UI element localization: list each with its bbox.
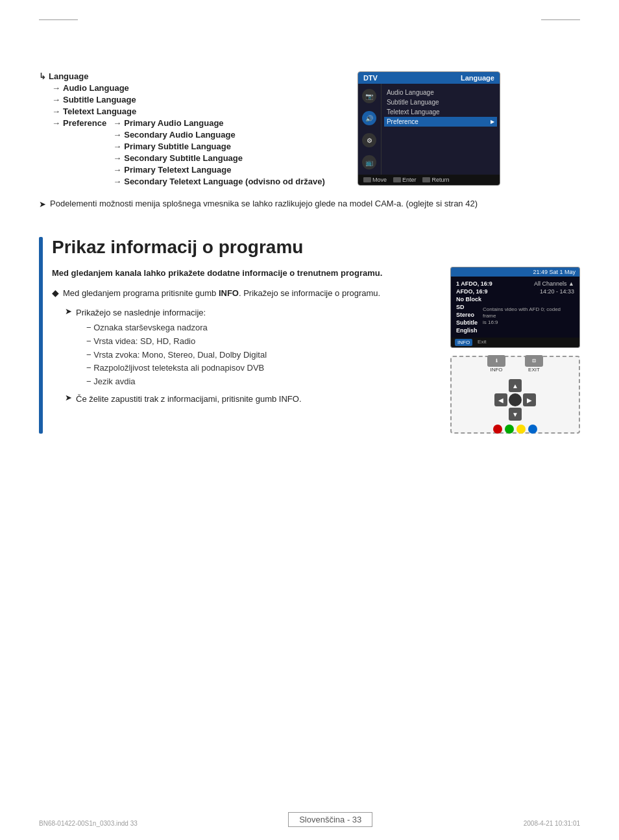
subtitle-language-arrow: → bbox=[52, 95, 60, 105]
preference-children: → Primary Audio Language → Secondary Aud… bbox=[113, 118, 325, 188]
primary-subtitle-arrow: → bbox=[113, 142, 121, 151]
preference-left: → Preference bbox=[39, 118, 106, 130]
top-border-left bbox=[39, 19, 78, 20]
info-screen-header: 21:49 Sat 1 May bbox=[451, 267, 579, 277]
tv-menu-subtitle: Subtitle Language bbox=[387, 97, 494, 107]
section2-content: Prikaz informacij o programu Med gledanj… bbox=[52, 237, 580, 434]
language-tree-wrapper: ↳ Language → Audio Language → Subtitle L… bbox=[39, 71, 500, 188]
info-desc: Contains video with AFD 0; coded frame i… bbox=[483, 306, 574, 334]
language-label: Language bbox=[49, 71, 88, 81]
info-screen-body: 1 AFDO, 16:9 All Channels ▲ AFDO, 16:9 1… bbox=[451, 277, 579, 338]
enter-icon bbox=[393, 177, 401, 182]
tv-header-right: Language bbox=[461, 74, 494, 82]
tree-primary-subtitle: → Primary Subtitle Language bbox=[113, 142, 325, 151]
tv-footer-return: Return bbox=[422, 177, 449, 183]
tv-icon-1: 📷 bbox=[362, 89, 376, 103]
section2-title: Prikaz informacij o programu bbox=[52, 237, 580, 258]
tv-menu-preference: Preference bbox=[384, 117, 497, 127]
tv-header-left: DTV bbox=[363, 74, 378, 82]
info-screens-column: 21:49 Sat 1 May 1 AFDO, 16:9 All Channel… bbox=[450, 267, 580, 434]
audio-language-label: Audio Language bbox=[63, 83, 129, 93]
dash-item-0: Oznaka starševskega nadzora bbox=[86, 321, 267, 335]
tv-body: 📷 🔊 ⚙ 📺 Audio Language Subtitle Language bbox=[358, 84, 500, 175]
tv-sidebar: 📷 🔊 ⚙ 📺 bbox=[358, 84, 382, 175]
info-row-0-left: 1 AFDO, 16:9 bbox=[456, 280, 492, 287]
info-exit-label: Exit bbox=[478, 339, 486, 346]
primary-audio-arrow: → bbox=[113, 118, 121, 128]
info-row-0-right: All Channels ▲ bbox=[534, 280, 574, 287]
tv-info-screen: 21:49 Sat 1 May 1 AFDO, 16:9 All Channel… bbox=[450, 267, 580, 348]
date-info: 2008-4-21 10:31:01 bbox=[524, 820, 580, 827]
tree-secondary-subtitle: → Secondary Subtitle Language bbox=[113, 153, 325, 163]
page-number: Slovenščina - 33 bbox=[288, 812, 372, 827]
tv-menu-teletext: Teletext Language bbox=[387, 107, 494, 117]
section2-main: Med gledanjem kanala lahko prikažete dod… bbox=[52, 267, 427, 410]
secondary-audio-label: Secondary Audio Language bbox=[124, 130, 235, 140]
teletext-language-label: Teletext Language bbox=[63, 106, 136, 116]
tv-icon-3: ⚙ bbox=[362, 133, 376, 147]
remote-top-row: ℹ INFO ⊡ EXIT bbox=[487, 355, 543, 373]
section2-bullet: ◆ Med gledanjem programa pritisnite gumb… bbox=[52, 287, 427, 300]
dash-item-4: Jezik avdia bbox=[86, 375, 267, 389]
secondary-teletext-arrow: → bbox=[113, 177, 121, 186]
top-border-right bbox=[541, 19, 580, 20]
tree-audio-language: → Audio Language bbox=[52, 83, 325, 93]
blue-button bbox=[528, 425, 537, 434]
remote-exit-icon: ⊡ bbox=[525, 355, 543, 367]
info-row-2: No Block bbox=[456, 296, 574, 303]
subnote2-text2: . bbox=[299, 394, 302, 404]
nav-down: ▼ bbox=[509, 408, 522, 421]
info-row-1: AFDO, 16:9 14:20 - 14:33 bbox=[456, 288, 574, 295]
bullet-bold: INFO bbox=[219, 288, 239, 298]
primary-audio-label: Primary Audio Language bbox=[124, 118, 223, 128]
return-icon bbox=[422, 177, 430, 182]
info-screen-footer: INFO Exit bbox=[451, 338, 579, 347]
red-button bbox=[493, 425, 502, 434]
remote-color-buttons bbox=[493, 425, 537, 434]
bullet-text1: Med gledanjem programa pritisnite gumb bbox=[63, 288, 219, 298]
info-row-5-left: Subtitle bbox=[456, 319, 478, 326]
section2-intro: Med gledanjem kanala lahko prikažete dod… bbox=[52, 267, 427, 280]
remote-nav-container: ▲ ◀ ▶ ▼ bbox=[494, 379, 536, 421]
subnote2-text1: Če želite zapustiti trak z informacijami… bbox=[76, 394, 279, 404]
subnote1-arrow: ➤ bbox=[65, 306, 72, 316]
info-row-3-4: SD Stereo Subtitle English Contains vide… bbox=[456, 304, 574, 334]
info-btn: INFO bbox=[455, 339, 472, 346]
tv-footer-enter: Enter bbox=[393, 177, 417, 183]
exit-btn-group: ⊡ EXIT bbox=[525, 355, 543, 373]
subnote2: ➤ Če želite zapustiti trak z informacija… bbox=[65, 393, 427, 406]
dash-item-1: Vrsta videa: SD, HD, Radio bbox=[86, 335, 267, 349]
tree-preference-row: → Preference → Primary Audio Language → … bbox=[39, 118, 325, 188]
primary-teletext-label: Primary Teletext Language bbox=[124, 165, 231, 175]
dash-item-2: Vrsta zvoka: Mono, Stereo, Dual, Dolby D… bbox=[86, 349, 267, 362]
primary-teletext-arrow: → bbox=[113, 165, 121, 175]
tree-language: ↳ Language bbox=[39, 71, 325, 81]
tv-menu-audio: Audio Language bbox=[387, 88, 494, 97]
tv-footer-move: Move bbox=[363, 177, 387, 183]
nav-center bbox=[509, 393, 522, 406]
info-row-1-right: 14:20 - 14:33 bbox=[540, 288, 574, 295]
subnote2-content: Če želite zapustiti trak z informacijami… bbox=[76, 393, 302, 406]
move-icon bbox=[363, 177, 371, 182]
file-info: BN68-01422-00S1n_0303.indd 33 bbox=[39, 820, 138, 827]
note-arrow: ➤ bbox=[39, 198, 46, 211]
info-screen-time: 21:49 Sat 1 May bbox=[533, 269, 576, 275]
section1-note: ➤ Podelementi možnosti menija splošnega … bbox=[39, 197, 580, 211]
remote-buttons: ℹ INFO ⊡ EXIT ▲ bbox=[487, 355, 543, 434]
subnote2-arrow: ➤ bbox=[65, 393, 72, 402]
page-container: ↳ Language → Audio Language → Subtitle L… bbox=[0, 0, 619, 840]
page-bottom: BN68-01422-00S1n_0303.indd 33 Slovenščin… bbox=[0, 812, 619, 827]
subnotes-container: ➤ Prikažejo se naslednje informacije: Oz… bbox=[65, 306, 427, 406]
subnote2-bold: INFO bbox=[279, 394, 299, 404]
dash-list: Oznaka starševskega nadzora Vrsta videa:… bbox=[86, 321, 267, 389]
info-row-3-left: SD bbox=[456, 304, 478, 310]
bullet-content: Med gledanjem programa pritisnite gumb I… bbox=[63, 287, 427, 300]
section2-with-panel: Med gledanjem kanala lahko prikažete dod… bbox=[52, 267, 580, 434]
teletext-language-arrow: → bbox=[52, 106, 60, 116]
primary-subtitle-label: Primary Subtitle Language bbox=[124, 142, 231, 151]
nav-right: ▶ bbox=[523, 393, 536, 406]
language-section: ↳ Language → Audio Language → Subtitle L… bbox=[39, 65, 580, 188]
preference-label: Preference bbox=[63, 118, 106, 128]
dash-item-3: Razpoložljivost teleteksta ali podnapiso… bbox=[86, 362, 267, 375]
secondary-subtitle-label: Secondary Subtitle Language bbox=[124, 153, 243, 163]
